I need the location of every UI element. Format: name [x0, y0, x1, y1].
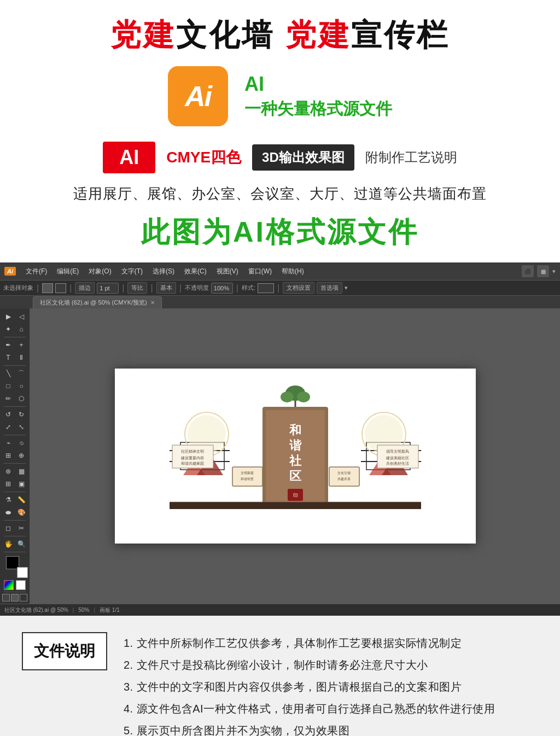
- reflect-tool[interactable]: ↻: [15, 408, 27, 420]
- menu-items: 文件(F) 编辑(E) 对象(O) 文字(T) 选择(S) 效果(C) 视图(V…: [21, 265, 308, 278]
- magic-wand-tool[interactable]: ✦: [2, 323, 14, 335]
- left-toolbar: ▶ ◁ ✦ ⌂ ✒ + T Ⅱ ╲ ⌒ □ ○: [0, 308, 30, 604]
- free-transform[interactable]: ⊞: [2, 449, 14, 462]
- color-mode-icon[interactable]: [4, 580, 14, 590]
- scale-tool[interactable]: ⤢: [2, 421, 14, 433]
- stroke-input[interactable]: [97, 283, 119, 294]
- menu-window[interactable]: 窗口(W): [244, 265, 276, 278]
- stroke-box[interactable]: [55, 283, 66, 293]
- doc-settings[interactable]: 文档设置: [283, 282, 314, 294]
- menu-bar: Ai 文件(F) 编辑(E) 对象(O) 文字(T) 选择(S) 效果(C) 视…: [0, 262, 560, 280]
- none-icon[interactable]: [16, 580, 26, 590]
- blend-tool[interactable]: ⬬: [2, 506, 14, 518]
- ai-app-section: Ai 文件(F) 编辑(E) 对象(O) 文字(T) 选择(S) 效果(C) 视…: [0, 262, 560, 616]
- main-canvas: 创图网: [30, 308, 560, 604]
- artboard-info: 画板 1/1: [100, 606, 120, 614]
- measure-tool[interactable]: 📏: [15, 494, 27, 506]
- menu-select[interactable]: 选择(S): [148, 265, 179, 278]
- ai-label: AI: [244, 73, 392, 96]
- menu-icon2[interactable]: ▦: [537, 265, 549, 277]
- toolbar-equal[interactable]: 等比: [127, 282, 147, 294]
- eyedropper[interactable]: ⚗: [2, 494, 14, 506]
- add-anchor[interactable]: +: [15, 339, 27, 351]
- gradient-tool[interactable]: ▣: [15, 478, 27, 490]
- svg-text:文化引领: 文化引领: [337, 471, 351, 475]
- svg-text:共创美好生活: 共创美好生活: [386, 462, 409, 466]
- title-dangJian1: 党建: [110, 17, 176, 52]
- title-wenhua: 文化墙: [176, 17, 285, 52]
- live-paint[interactable]: 🎨: [15, 506, 27, 518]
- style-label: 样式:: [242, 284, 255, 292]
- selection-tools: ▶ ◁: [2, 311, 27, 323]
- stroke-color[interactable]: [17, 567, 28, 578]
- svg-text:倡导文明新风: 倡导文明新风: [386, 449, 409, 454]
- title-xuanchuan: 宣传栏: [351, 17, 450, 52]
- warp-tool[interactable]: ⌁: [2, 437, 14, 449]
- rotate-tool[interactable]: ↺: [2, 408, 14, 420]
- shear-tool[interactable]: ⤡: [15, 421, 27, 433]
- note-2: 2. 文件尺寸是投稿比例缩小设计，制作时请务必注意尺寸大小: [124, 654, 527, 676]
- symbol-sprayer[interactable]: ⊛: [2, 465, 14, 477]
- eraser-tool[interactable]: ◻: [2, 522, 14, 534]
- color-swatch[interactable]: [6, 556, 24, 574]
- pen-tool[interactable]: ✒: [2, 339, 14, 351]
- select-tool[interactable]: ▶: [2, 311, 14, 323]
- menu-object[interactable]: 对象(O): [84, 265, 115, 278]
- blob-brush[interactable]: ⬡: [15, 393, 27, 405]
- style-box[interactable]: [258, 283, 274, 293]
- screen-mode1[interactable]: [2, 594, 10, 601]
- ai-icon-text: Ai: [185, 80, 211, 113]
- mesh-tool[interactable]: ⊞: [2, 478, 14, 490]
- ai-tabs: 社区文化墙 (62).ai @ 50% (CMYK/预览) ✕: [0, 295, 560, 308]
- svg-rect-43: [170, 503, 421, 509]
- big-green-title: 此图为AI格式源文件: [33, 213, 527, 252]
- svg-rect-39: [329, 467, 359, 486]
- prefs[interactable]: 首选项: [317, 282, 342, 294]
- column-graph[interactable]: ▦: [15, 465, 27, 477]
- ai-format-row: Ai AI 一种矢量格式源文件: [33, 66, 527, 126]
- svg-point-26: [281, 392, 294, 402]
- fill-box[interactable]: [42, 283, 53, 293]
- screen-mode2[interactable]: [11, 594, 19, 601]
- svg-text:和谐共建家园: 和谐共建家园: [181, 462, 204, 466]
- menu-text[interactable]: 文字(T): [117, 265, 147, 278]
- rect-tool[interactable]: □: [2, 380, 14, 392]
- screen-mode3[interactable]: [20, 594, 27, 601]
- menu-file[interactable]: 文件(F): [21, 265, 51, 278]
- svg-point-27: [297, 392, 310, 402]
- svg-text:谐: 谐: [289, 439, 302, 452]
- ellipse-tool[interactable]: ○: [15, 380, 27, 392]
- width-tool[interactable]: ⍉: [15, 437, 27, 449]
- menu-effect[interactable]: 效果(C): [180, 265, 211, 278]
- lasso-tool[interactable]: ⌂: [15, 323, 27, 335]
- line-tool[interactable]: ╲: [2, 367, 14, 379]
- hand-tool[interactable]: 🖐: [2, 538, 14, 550]
- brush-tool[interactable]: ✏: [2, 393, 14, 405]
- direct-select-tool[interactable]: ◁: [15, 311, 27, 323]
- menu-edit[interactable]: 编辑(E): [52, 265, 83, 278]
- file-notes: 1. 文件中所标制作工艺仅供参考，具体制作工艺要根据实际情况制定 2. 文件尺寸…: [124, 632, 527, 736]
- ai-tab-main[interactable]: 社区文化墙 (62).ai @ 50% (CMYK/预览) ✕: [33, 296, 162, 308]
- shape-builder[interactable]: ⊕: [15, 449, 27, 462]
- badges-row: AI CMYE四色 3D输出效果图 附制作工艺说明: [33, 142, 527, 173]
- scissors-tool[interactable]: ✂: [15, 522, 27, 534]
- no-selection-label: 未选择对象: [3, 284, 33, 292]
- menu-help[interactable]: 帮助(H): [277, 265, 308, 278]
- toolbar-basic[interactable]: 基本: [156, 282, 176, 294]
- svg-text:建设美丽社区: 建设美丽社区: [386, 456, 409, 460]
- opacity-input[interactable]: [211, 283, 233, 294]
- tab-close-btn[interactable]: ✕: [150, 300, 155, 306]
- note-1: 1. 文件中所标制作工艺仅供参考，具体制作工艺要根据实际情况制定: [124, 632, 527, 654]
- vertical-type[interactable]: Ⅱ: [15, 352, 27, 364]
- toolbar-more[interactable]: ▾: [345, 284, 348, 291]
- arc-tool[interactable]: ⌒: [15, 367, 27, 379]
- svg-text:建设重要内容: 建设重要内容: [180, 456, 204, 460]
- type-tool[interactable]: T: [2, 352, 14, 364]
- toolbar-stroke[interactable]: 描边: [75, 282, 95, 294]
- menu-view[interactable]: 视图(V): [212, 265, 243, 278]
- svg-text:共建共享: 共建共享: [337, 477, 351, 481]
- menu-icon1[interactable]: ⬛: [522, 265, 534, 277]
- title-dangJian2: 党建: [285, 17, 351, 52]
- zoom-tool[interactable]: 🔍: [15, 538, 27, 550]
- menu-arrow[interactable]: ▾: [552, 268, 556, 275]
